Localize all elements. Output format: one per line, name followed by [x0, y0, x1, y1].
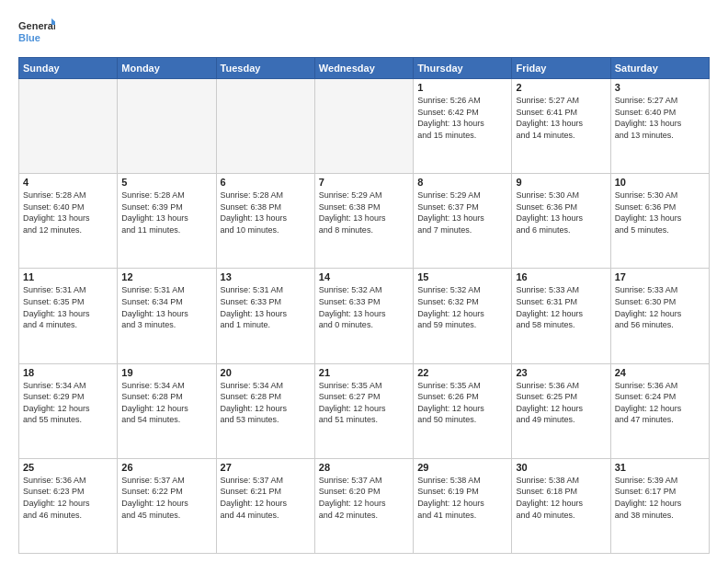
day-number: 26	[121, 462, 211, 473]
day-number: 18	[23, 367, 113, 378]
calendar-cell: 6Sunrise: 5:28 AM Sunset: 6:38 PM Daylig…	[216, 174, 314, 269]
day-info: Sunrise: 5:39 AM Sunset: 6:17 PM Dayligh…	[615, 475, 705, 521]
day-info: Sunrise: 5:31 AM Sunset: 6:34 PM Dayligh…	[121, 284, 211, 330]
week-row-4: 25Sunrise: 5:36 AM Sunset: 6:23 PM Dayli…	[19, 458, 710, 553]
day-number: 25	[23, 462, 113, 473]
day-number: 19	[121, 367, 211, 378]
day-number: 10	[615, 177, 705, 188]
weekday-header-sunday: Sunday	[19, 58, 118, 79]
day-number: 9	[516, 177, 606, 188]
day-info: Sunrise: 5:34 AM Sunset: 6:28 PM Dayligh…	[121, 380, 211, 426]
day-info: Sunrise: 5:27 AM Sunset: 6:40 PM Dayligh…	[615, 95, 705, 141]
day-info: Sunrise: 5:31 AM Sunset: 6:35 PM Dayligh…	[23, 284, 113, 330]
svg-text:General: General	[18, 20, 55, 31]
day-info: Sunrise: 5:38 AM Sunset: 6:19 PM Dayligh…	[417, 475, 507, 521]
day-info: Sunrise: 5:29 AM Sunset: 6:37 PM Dayligh…	[417, 190, 507, 236]
calendar-cell: 8Sunrise: 5:29 AM Sunset: 6:37 PM Daylig…	[414, 174, 512, 269]
calendar-cell: 31Sunrise: 5:39 AM Sunset: 6:17 PM Dayli…	[610, 458, 709, 553]
day-number: 6	[221, 177, 311, 188]
day-info: Sunrise: 5:27 AM Sunset: 6:41 PM Dayligh…	[516, 95, 606, 141]
calendar-cell: 3Sunrise: 5:27 AM Sunset: 6:40 PM Daylig…	[610, 79, 709, 174]
day-info: Sunrise: 5:33 AM Sunset: 6:30 PM Dayligh…	[615, 284, 705, 330]
day-number: 30	[516, 462, 606, 473]
day-info: Sunrise: 5:37 AM Sunset: 6:21 PM Dayligh…	[221, 475, 311, 521]
day-info: Sunrise: 5:31 AM Sunset: 6:33 PM Dayligh…	[221, 284, 311, 330]
calendar-cell	[118, 79, 216, 174]
day-number: 2	[516, 82, 606, 93]
day-number: 17	[615, 271, 705, 282]
calendar-cell: 16Sunrise: 5:33 AM Sunset: 6:31 PM Dayli…	[512, 269, 610, 363]
calendar-body: 1Sunrise: 5:26 AM Sunset: 6:42 PM Daylig…	[19, 79, 710, 554]
calendar-cell: 1Sunrise: 5:26 AM Sunset: 6:42 PM Daylig…	[414, 79, 512, 174]
day-info: Sunrise: 5:37 AM Sunset: 6:22 PM Dayligh…	[121, 475, 211, 521]
day-info: Sunrise: 5:36 AM Sunset: 6:25 PM Dayligh…	[516, 380, 606, 426]
weekday-row: SundayMondayTuesdayWednesdayThursdayFrid…	[19, 58, 710, 79]
day-info: Sunrise: 5:26 AM Sunset: 6:42 PM Dayligh…	[417, 95, 507, 141]
weekday-header-saturday: Saturday	[610, 58, 709, 79]
day-info: Sunrise: 5:32 AM Sunset: 6:32 PM Dayligh…	[417, 284, 507, 330]
calendar-cell: 29Sunrise: 5:38 AM Sunset: 6:19 PM Dayli…	[414, 458, 512, 553]
calendar-cell: 9Sunrise: 5:30 AM Sunset: 6:36 PM Daylig…	[512, 174, 610, 269]
day-number: 15	[417, 271, 507, 282]
calendar-cell: 5Sunrise: 5:28 AM Sunset: 6:39 PM Daylig…	[118, 174, 216, 269]
day-info: Sunrise: 5:32 AM Sunset: 6:33 PM Dayligh…	[319, 284, 409, 330]
calendar-header: SundayMondayTuesdayWednesdayThursdayFrid…	[19, 58, 710, 79]
day-info: Sunrise: 5:37 AM Sunset: 6:20 PM Dayligh…	[319, 475, 409, 521]
day-info: Sunrise: 5:36 AM Sunset: 6:24 PM Dayligh…	[615, 380, 705, 426]
calendar-cell: 12Sunrise: 5:31 AM Sunset: 6:34 PM Dayli…	[118, 269, 216, 363]
calendar-cell	[19, 79, 118, 174]
day-info: Sunrise: 5:34 AM Sunset: 6:28 PM Dayligh…	[221, 380, 311, 426]
calendar-cell: 24Sunrise: 5:36 AM Sunset: 6:24 PM Dayli…	[610, 363, 709, 458]
week-row-0: 1Sunrise: 5:26 AM Sunset: 6:42 PM Daylig…	[19, 79, 710, 174]
logo-svg: General Blue	[18, 17, 55, 50]
day-number: 23	[516, 367, 606, 378]
day-number: 13	[221, 271, 311, 282]
day-info: Sunrise: 5:30 AM Sunset: 6:36 PM Dayligh…	[615, 190, 705, 236]
day-info: Sunrise: 5:34 AM Sunset: 6:29 PM Dayligh…	[23, 380, 113, 426]
weekday-header-thursday: Thursday	[414, 58, 512, 79]
day-number: 29	[417, 462, 507, 473]
weekday-header-friday: Friday	[512, 58, 610, 79]
calendar-cell: 2Sunrise: 5:27 AM Sunset: 6:41 PM Daylig…	[512, 79, 610, 174]
day-info: Sunrise: 5:29 AM Sunset: 6:38 PM Dayligh…	[319, 190, 409, 236]
day-number: 3	[615, 82, 705, 93]
day-number: 14	[319, 271, 409, 282]
day-info: Sunrise: 5:38 AM Sunset: 6:18 PM Dayligh…	[516, 475, 606, 521]
day-info: Sunrise: 5:35 AM Sunset: 6:26 PM Dayligh…	[417, 380, 507, 426]
day-number: 4	[23, 177, 113, 188]
day-number: 24	[615, 367, 705, 378]
calendar-cell: 27Sunrise: 5:37 AM Sunset: 6:21 PM Dayli…	[216, 458, 314, 553]
calendar-cell: 10Sunrise: 5:30 AM Sunset: 6:36 PM Dayli…	[610, 174, 709, 269]
svg-text:Blue: Blue	[18, 32, 40, 43]
day-number: 20	[221, 367, 311, 378]
calendar-cell: 30Sunrise: 5:38 AM Sunset: 6:18 PM Dayli…	[512, 458, 610, 553]
logo: General Blue	[18, 17, 55, 50]
week-row-1: 4Sunrise: 5:28 AM Sunset: 6:40 PM Daylig…	[19, 174, 710, 269]
calendar-cell: 11Sunrise: 5:31 AM Sunset: 6:35 PM Dayli…	[19, 269, 118, 363]
calendar-cell: 17Sunrise: 5:33 AM Sunset: 6:30 PM Dayli…	[610, 269, 709, 363]
day-info: Sunrise: 5:28 AM Sunset: 6:40 PM Dayligh…	[23, 190, 113, 236]
calendar-cell: 4Sunrise: 5:28 AM Sunset: 6:40 PM Daylig…	[19, 174, 118, 269]
calendar-cell: 23Sunrise: 5:36 AM Sunset: 6:25 PM Dayli…	[512, 363, 610, 458]
header: General Blue	[18, 17, 710, 50]
calendar-cell: 20Sunrise: 5:34 AM Sunset: 6:28 PM Dayli…	[216, 363, 314, 458]
day-number: 5	[121, 177, 211, 188]
day-info: Sunrise: 5:28 AM Sunset: 6:39 PM Dayligh…	[121, 190, 211, 236]
day-number: 22	[417, 367, 507, 378]
week-row-3: 18Sunrise: 5:34 AM Sunset: 6:29 PM Dayli…	[19, 363, 710, 458]
day-number: 1	[417, 82, 507, 93]
calendar-table: SundayMondayTuesdayWednesdayThursdayFrid…	[18, 57, 710, 554]
day-number: 8	[417, 177, 507, 188]
day-info: Sunrise: 5:33 AM Sunset: 6:31 PM Dayligh…	[516, 284, 606, 330]
calendar-cell	[216, 79, 314, 174]
calendar-cell: 15Sunrise: 5:32 AM Sunset: 6:32 PM Dayli…	[414, 269, 512, 363]
calendar-cell: 28Sunrise: 5:37 AM Sunset: 6:20 PM Dayli…	[314, 458, 413, 553]
calendar-cell: 18Sunrise: 5:34 AM Sunset: 6:29 PM Dayli…	[19, 363, 118, 458]
day-number: 21	[319, 367, 409, 378]
day-number: 27	[221, 462, 311, 473]
calendar-cell: 26Sunrise: 5:37 AM Sunset: 6:22 PM Dayli…	[118, 458, 216, 553]
week-row-2: 11Sunrise: 5:31 AM Sunset: 6:35 PM Dayli…	[19, 269, 710, 363]
calendar-cell: 21Sunrise: 5:35 AM Sunset: 6:27 PM Dayli…	[314, 363, 413, 458]
weekday-header-monday: Monday	[118, 58, 216, 79]
calendar-cell: 7Sunrise: 5:29 AM Sunset: 6:38 PM Daylig…	[314, 174, 413, 269]
